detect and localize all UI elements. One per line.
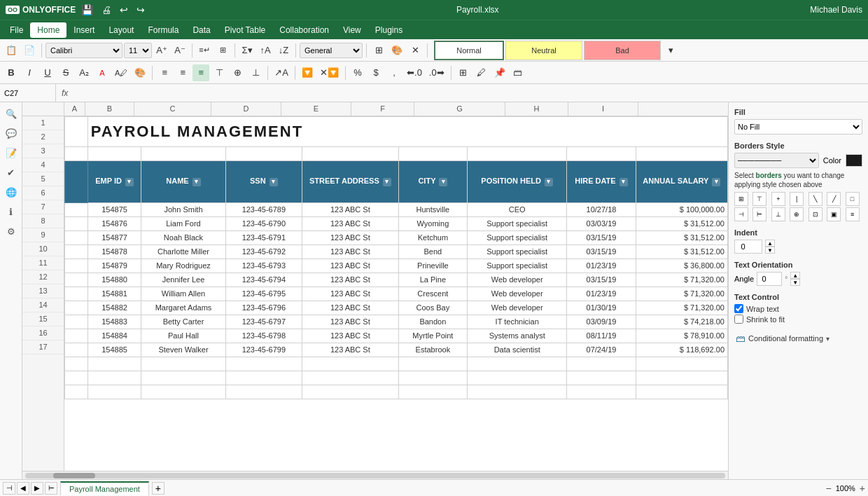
align-center-btn[interactable]: ≡ [174,64,191,81]
border-thick-outer-btn[interactable]: ▣ [827,207,841,221]
cell-salary-10[interactable]: $ 71,320.00 [636,287,727,301]
menu-collaboration[interactable]: Collaboration [272,22,336,38]
copy-btn[interactable]: 📄 [21,42,38,59]
cell-name-7[interactable]: Charlotte Miller [141,244,225,259]
sheet-nav-first[interactable]: ⊣ [3,482,15,495]
header-street-address[interactable]: STREET ADDRESS ▾ [302,160,399,202]
cell-position-13[interactable]: Systems analyst [468,329,567,343]
cell-name-13[interactable]: Paul Hall [141,329,225,343]
header-emp-id[interactable]: EMP ID ▾ [88,160,141,202]
cell-address-10[interactable]: 123 ABC St [302,287,399,301]
cell-hiredate-11[interactable]: 01/30/19 [567,301,636,315]
italic-btn[interactable]: I [21,64,38,81]
indent-down-btn[interactable]: ▼ [765,247,775,254]
cell-address-12[interactable]: 123 ABC St [302,315,399,329]
style-bad[interactable]: Bad [584,41,661,60]
cell-A1[interactable] [65,116,88,146]
increase-decimal-btn[interactable]: .0➡ [426,64,447,81]
header-position-held[interactable]: POSITION HELD ▾ [468,160,567,202]
cell-city-6[interactable]: Ketchum [398,230,467,244]
col-header-B[interactable]: B [85,102,134,116]
cell-city-4[interactable]: Huntsville [398,202,467,216]
cell-E2[interactable] [302,146,399,160]
cell-address-6[interactable]: 123 ABC St [302,230,399,244]
cell-city-14[interactable]: Estabrook [398,343,467,357]
border-right-btn[interactable]: ⊢ [752,207,766,221]
currency-btn[interactable]: $ [368,64,384,81]
cell-ssn-13[interactable]: 123-45-6798 [225,329,302,343]
header-ssn[interactable]: SSN ▾ [225,160,302,202]
conditional-formatting-row[interactable]: 🗃 Conditional formatting ▾ [734,331,862,346]
cell-hiredate-12[interactable]: 03/09/19 [567,315,636,329]
menu-formula[interactable]: Formula [141,22,186,38]
cell-city-10[interactable]: Crescent [398,287,467,301]
cell-position-12[interactable]: IT technician [468,315,567,329]
cell-ssn-5[interactable]: 123-45-6790 [225,216,302,230]
font-size-select[interactable]: 11 [124,43,152,58]
cell-ssn-4[interactable]: 123-45-6789 [225,202,302,216]
cell-emp-id-6[interactable]: 154877 [88,230,141,244]
border-inner-h-btn[interactable]: + [771,192,785,206]
cell-city-9[interactable]: La Pine [398,273,467,287]
cell-hiredate-6[interactable]: 03/15/19 [567,230,636,244]
cell-name-6[interactable]: Noah Black [141,230,225,244]
table-btn[interactable]: ⊞ [455,64,472,81]
undo-icon[interactable]: ↩ [120,4,128,15]
cell-name-5[interactable]: Liam Ford [141,216,225,230]
sidebar-notes-icon[interactable]: 📝 [3,144,20,161]
cell-salary-14[interactable]: $ 118,692.00 [636,343,727,357]
angle-down-btn[interactable]: ▼ [790,279,800,286]
sidebar-search-icon[interactable]: 🔍 [3,105,20,122]
cell-salary-7[interactable]: $ 31,512.00 [636,244,727,259]
col-header-D[interactable]: D [211,102,281,116]
underline-btn[interactable]: U [39,64,56,81]
cell-B2[interactable] [88,146,141,160]
cell-salary-5[interactable]: $ 31,512.00 [636,216,727,230]
col-header-C[interactable]: C [134,102,211,116]
header-city[interactable]: CITY ▾ [398,160,467,202]
cell-hiredate-9[interactable]: 03/15/19 [567,273,636,287]
border-outer-btn[interactable]: ⊞ [734,192,748,206]
cell-address-14[interactable]: 123 ABC St [302,343,399,357]
cell-ssn-9[interactable]: 123-45-6794 [225,273,302,287]
style-normal[interactable]: Normal [434,41,504,60]
print-icon[interactable]: 🖨 [102,4,111,15]
cell-name-4[interactable]: John Smith [141,202,225,216]
col-header-H[interactable]: H [505,102,568,116]
align-right-btn[interactable]: ≡ [192,64,209,81]
border-all-btn[interactable]: ⊡ [808,207,822,221]
scroll-thumb[interactable] [53,473,95,478]
percent-btn[interactable]: % [349,64,366,81]
border-bottom-btn[interactable]: ⊥ [771,207,785,221]
cell-address-13[interactable]: 123 ABC St [302,329,399,343]
clear-filter-btn[interactable]: ✕🔽 [317,64,342,81]
cell-emp-id-11[interactable]: 154882 [88,301,141,315]
orientation-btn[interactable]: ↗A [272,64,291,81]
border-inner-v-btn[interactable]: | [790,192,804,206]
border-inner-btn[interactable]: ⊕ [790,207,804,221]
cell-emp-id-10[interactable]: 154881 [88,287,141,301]
cell-emp-id-4[interactable]: 154875 [88,202,141,216]
sidebar-info-icon[interactable]: ℹ [3,203,20,220]
cell-salary-4[interactable]: $ 100,000.00 [636,202,727,216]
cell-D2[interactable] [225,146,302,160]
paste-btn[interactable]: 📋 [3,42,20,59]
col-header-G[interactable]: G [414,102,505,116]
cell-position-11[interactable]: Web developer [468,301,567,315]
cell-position-14[interactable]: Data scientist [468,343,567,357]
cell-emp-id-8[interactable]: 154879 [88,259,141,273]
cell-ssn-11[interactable]: 123-45-6796 [225,301,302,315]
horizontal-scrollbar[interactable] [22,471,728,479]
align-middle-btn[interactable]: ⊕ [229,64,246,81]
sheet-nav-prev[interactable]: ◀ [17,482,29,495]
zoom-out-btn[interactable]: − [825,483,831,494]
format-as-table-btn[interactable]: 🗃 [510,64,526,81]
sidebar-translate-icon[interactable]: 🌐 [3,184,20,200]
cell-position-6[interactable]: Support specialist [468,230,567,244]
cell-reference[interactable]: C27 [0,84,56,102]
cell-name-8[interactable]: Mary Rodriguez [141,259,225,273]
styles-more-btn[interactable]: ▾ [662,42,679,59]
align-top-btn[interactable]: ⊤ [211,64,227,81]
cell-hiredate-10[interactable]: 01/23/19 [567,287,636,301]
sheet-tab-payroll[interactable]: Payroll Management [60,481,149,495]
